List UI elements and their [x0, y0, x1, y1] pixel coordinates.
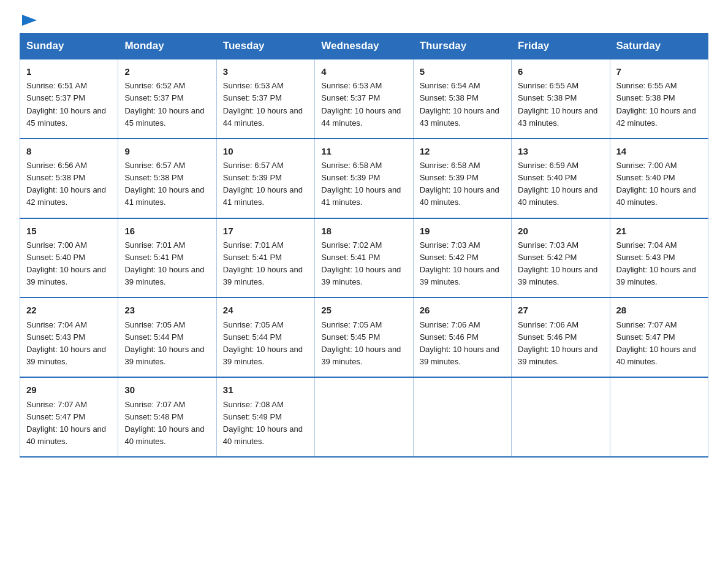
page-header [20, 15, 708, 28]
day-number: 12 [420, 144, 505, 158]
calendar-cell: 27Sunrise: 7:06 AMSunset: 5:46 PMDayligh… [512, 297, 610, 377]
calendar-day-header: Tuesday [216, 34, 314, 59]
calendar-week-row: 22Sunrise: 7:04 AMSunset: 5:43 PMDayligh… [20, 297, 708, 377]
calendar-cell: 28Sunrise: 7:07 AMSunset: 5:47 PMDayligh… [610, 297, 708, 377]
calendar-day-header: Thursday [413, 34, 511, 59]
calendar-cell: 15Sunrise: 7:00 AMSunset: 5:40 PMDayligh… [20, 218, 118, 298]
calendar-cell: 17Sunrise: 7:01 AMSunset: 5:41 PMDayligh… [216, 218, 314, 298]
logo [20, 15, 39, 28]
calendar-week-row: 1Sunrise: 6:51 AMSunset: 5:37 PMDaylight… [20, 59, 708, 139]
day-number: 7 [616, 64, 702, 79]
day-number: 23 [124, 303, 210, 317]
day-number: 2 [124, 64, 210, 79]
calendar-day-header: Wednesday [315, 34, 413, 59]
day-number: 10 [223, 144, 308, 158]
day-number: 5 [420, 64, 505, 79]
day-number: 11 [321, 144, 406, 158]
day-number: 20 [518, 224, 603, 238]
calendar-cell: 25Sunrise: 7:05 AMSunset: 5:45 PMDayligh… [315, 297, 413, 377]
day-number: 14 [616, 144, 702, 158]
calendar-cell: 3Sunrise: 6:53 AMSunset: 5:37 PMDaylight… [216, 59, 314, 139]
calendar-cell: 4Sunrise: 6:53 AMSunset: 5:37 PMDaylight… [315, 59, 413, 139]
calendar-cell: 6Sunrise: 6:55 AMSunset: 5:38 PMDaylight… [512, 59, 610, 139]
day-number: 15 [26, 224, 112, 238]
calendar-cell: 24Sunrise: 7:05 AMSunset: 5:44 PMDayligh… [216, 297, 314, 377]
calendar-cell [315, 377, 413, 457]
calendar-cell: 29Sunrise: 7:07 AMSunset: 5:47 PMDayligh… [20, 377, 118, 457]
calendar-cell [512, 377, 610, 457]
calendar-cell: 7Sunrise: 6:55 AMSunset: 5:38 PMDaylight… [610, 59, 708, 139]
calendar-day-header: Sunday [20, 34, 118, 59]
day-number: 26 [420, 303, 505, 317]
day-number: 16 [124, 224, 210, 238]
calendar-cell: 9Sunrise: 6:57 AMSunset: 5:38 PMDaylight… [118, 139, 216, 218]
calendar-week-row: 15Sunrise: 7:00 AMSunset: 5:40 PMDayligh… [20, 218, 708, 298]
day-number: 30 [124, 383, 210, 397]
day-number: 24 [223, 303, 308, 317]
calendar-day-header: Friday [512, 34, 610, 59]
calendar-cell: 23Sunrise: 7:05 AMSunset: 5:44 PMDayligh… [118, 297, 216, 377]
calendar-cell: 14Sunrise: 7:00 AMSunset: 5:40 PMDayligh… [610, 139, 708, 218]
calendar-cell: 22Sunrise: 7:04 AMSunset: 5:43 PMDayligh… [20, 297, 118, 377]
calendar-cell [413, 377, 511, 457]
day-number: 6 [518, 64, 603, 79]
day-number: 8 [26, 144, 112, 158]
svg-marker-0 [22, 15, 37, 26]
calendar-cell: 30Sunrise: 7:07 AMSunset: 5:48 PMDayligh… [118, 377, 216, 457]
day-number: 29 [26, 383, 112, 397]
calendar-cell: 8Sunrise: 6:56 AMSunset: 5:38 PMDaylight… [20, 139, 118, 218]
calendar-cell: 21Sunrise: 7:04 AMSunset: 5:43 PMDayligh… [610, 218, 708, 298]
day-number: 27 [518, 303, 603, 317]
day-number: 19 [420, 224, 505, 238]
calendar-cell: 13Sunrise: 6:59 AMSunset: 5:40 PMDayligh… [512, 139, 610, 218]
calendar-header-row: SundayMondayTuesdayWednesdayThursdayFrid… [20, 34, 708, 59]
calendar-cell: 31Sunrise: 7:08 AMSunset: 5:49 PMDayligh… [216, 377, 314, 457]
calendar-cell: 2Sunrise: 6:52 AMSunset: 5:37 PMDaylight… [118, 59, 216, 139]
day-number: 31 [223, 383, 308, 397]
day-number: 17 [223, 224, 308, 238]
day-number: 18 [321, 224, 406, 238]
calendar-cell [610, 377, 708, 457]
calendar-cell: 12Sunrise: 6:58 AMSunset: 5:39 PMDayligh… [413, 139, 511, 218]
day-number: 13 [518, 144, 603, 158]
logo-flag-icon [21, 13, 38, 27]
day-number: 9 [124, 144, 210, 158]
calendar-day-header: Monday [118, 34, 216, 59]
day-number: 21 [616, 224, 702, 238]
calendar-cell: 16Sunrise: 7:01 AMSunset: 5:41 PMDayligh… [118, 218, 216, 298]
calendar-cell: 26Sunrise: 7:06 AMSunset: 5:46 PMDayligh… [413, 297, 511, 377]
day-number: 1 [26, 64, 112, 79]
day-number: 22 [26, 303, 112, 317]
calendar-week-row: 29Sunrise: 7:07 AMSunset: 5:47 PMDayligh… [20, 377, 708, 457]
day-number: 28 [616, 303, 702, 317]
calendar-cell: 5Sunrise: 6:54 AMSunset: 5:38 PMDaylight… [413, 59, 511, 139]
calendar-table: SundayMondayTuesdayWednesdayThursdayFrid… [20, 33, 708, 458]
day-number: 4 [321, 64, 406, 79]
calendar-day-header: Saturday [610, 34, 708, 59]
calendar-week-row: 8Sunrise: 6:56 AMSunset: 5:38 PMDaylight… [20, 139, 708, 218]
calendar-cell: 10Sunrise: 6:57 AMSunset: 5:39 PMDayligh… [216, 139, 314, 218]
day-number: 25 [321, 303, 406, 317]
calendar-cell: 19Sunrise: 7:03 AMSunset: 5:42 PMDayligh… [413, 218, 511, 298]
calendar-cell: 11Sunrise: 6:58 AMSunset: 5:39 PMDayligh… [315, 139, 413, 218]
day-number: 3 [223, 64, 308, 79]
calendar-cell: 18Sunrise: 7:02 AMSunset: 5:41 PMDayligh… [315, 218, 413, 298]
calendar-cell: 1Sunrise: 6:51 AMSunset: 5:37 PMDaylight… [20, 59, 118, 139]
calendar-cell: 20Sunrise: 7:03 AMSunset: 5:42 PMDayligh… [512, 218, 610, 298]
